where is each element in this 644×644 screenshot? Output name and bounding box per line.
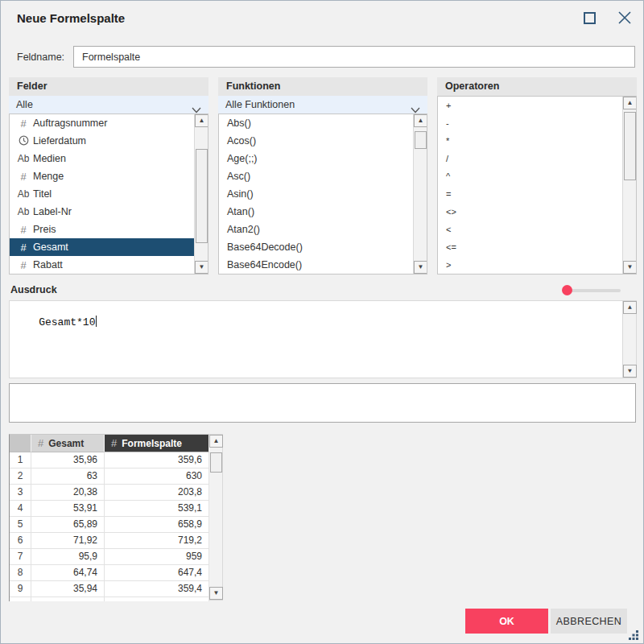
operator-item[interactable]: * <box>438 132 636 150</box>
operator-item[interactable]: <> <box>438 203 636 221</box>
row-number-cell: 6 <box>10 533 31 549</box>
expression-scrollbar: ▲ ▼ <box>622 301 636 378</box>
table-row: 320,38203,8 <box>10 485 209 501</box>
field-item-label: Label-Nr <box>33 206 72 217</box>
number-icon: # <box>14 259 33 271</box>
function-item[interactable]: Asin() <box>219 185 427 203</box>
fields-panel-header: Felder <box>9 77 208 96</box>
operator-item[interactable]: = <box>438 185 636 203</box>
expression-editor[interactable]: Gesamt*10 ▲ ▼ <box>9 300 637 378</box>
scroll-down-button[interactable]: ▼ <box>414 261 427 274</box>
operator-item[interactable]: < <box>438 221 636 238</box>
scroll-thumb[interactable] <box>415 131 427 149</box>
operator-item[interactable]: / <box>438 150 636 167</box>
scroll-up-button[interactable]: ▲ <box>414 114 427 127</box>
table-row: 565,89658,9 <box>10 517 209 533</box>
operators-scrollbar: ▲ ▼ <box>622 97 636 274</box>
scroll-thumb[interactable] <box>210 452 222 473</box>
operator-item[interactable]: <= <box>438 238 636 256</box>
number-icon: # <box>38 437 43 449</box>
scroll-thumb[interactable] <box>196 149 208 243</box>
formelspalte-cell: 539,1 <box>105 501 209 517</box>
field-item[interactable]: AbMedien <box>10 150 208 167</box>
table-row: 135,96359,6 <box>10 452 209 469</box>
scroll-up-button[interactable]: ▲ <box>195 114 208 127</box>
gesamt-cell <box>31 597 105 601</box>
feldname-label: Feldname: <box>17 52 64 63</box>
function-item[interactable]: Base64Encode() <box>219 256 427 274</box>
gesamt-cell: 71,92 <box>31 533 105 549</box>
field-item-label: Medien <box>33 153 66 164</box>
fields-filter-combo[interactable]: Alle <box>9 96 208 114</box>
formelspalte-cell: 359,4 <box>105 581 209 597</box>
cancel-button[interactable]: ABBRECHEN <box>551 609 627 634</box>
formelspalte-cell: 647,4 <box>105 565 209 581</box>
scroll-down-button[interactable]: ▼ <box>623 365 637 378</box>
function-item[interactable]: Base64Decode() <box>219 238 427 256</box>
operator-item[interactable]: > <box>438 256 636 274</box>
row-number-header <box>10 435 31 452</box>
close-button[interactable] <box>617 10 633 26</box>
formelspalte-cell <box>105 597 209 601</box>
scroll-up-button[interactable]: ▲ <box>209 435 223 448</box>
field-item[interactable]: #Menge <box>10 167 208 185</box>
function-item[interactable]: Acos() <box>219 132 427 150</box>
field-item-label: Menge <box>33 171 64 182</box>
field-item[interactable]: #Gesamt <box>10 238 208 256</box>
fields-filter-value: Alle <box>16 99 33 110</box>
number-icon: # <box>14 118 33 130</box>
maximize-button[interactable] <box>584 12 596 24</box>
table-row: 935,94359,4 <box>10 581 209 597</box>
dialog-title: Neue Formelspalte <box>17 11 125 25</box>
field-item[interactable]: #Rabatt <box>10 256 208 274</box>
message-area <box>9 383 636 423</box>
number-icon: # <box>14 224 33 236</box>
operator-item[interactable]: + <box>438 97 636 114</box>
functions-filter-combo[interactable]: Alle Funktionen <box>218 96 427 114</box>
text-cursor <box>96 316 97 327</box>
gesamt-cell: 95,9 <box>31 549 105 565</box>
field-item[interactable]: #Preis <box>10 221 208 238</box>
scroll-up-button[interactable]: ▲ <box>623 97 637 109</box>
table-row: 864,74647,4 <box>10 565 209 581</box>
scroll-down-button[interactable]: ▼ <box>195 261 208 274</box>
row-number-cell: 5 <box>10 517 31 533</box>
functions-list: Abs()Acos()Age(;;)Asc()Asin()Atan()Atan2… <box>218 114 427 275</box>
field-item-label: Preis <box>33 224 56 235</box>
resize-grip-icon[interactable] <box>628 630 639 641</box>
number-icon: # <box>14 242 33 254</box>
ok-button[interactable]: OK <box>465 609 548 634</box>
number-icon: # <box>14 171 33 183</box>
function-item[interactable]: Atan() <box>219 203 427 221</box>
gesamt-cell: 64,74 <box>31 565 105 581</box>
scroll-down-button[interactable]: ▼ <box>623 261 637 274</box>
slider-knob[interactable] <box>562 285 572 295</box>
scroll-up-button[interactable]: ▲ <box>623 301 637 314</box>
zoom-slider[interactable] <box>562 284 622 297</box>
scroll-down-button[interactable]: ▼ <box>209 587 223 600</box>
function-item[interactable]: Age(;;) <box>219 150 427 167</box>
feldname-input[interactable] <box>73 46 635 68</box>
scroll-thumb[interactable] <box>624 112 636 180</box>
text-icon: Ab <box>14 206 33 217</box>
field-item[interactable]: Lieferdatum <box>10 132 208 150</box>
row-number-cell: 7 <box>10 549 31 565</box>
date-icon <box>14 135 33 147</box>
number-icon: # <box>111 437 117 449</box>
column-header-label: Gesamt <box>48 438 84 449</box>
function-item[interactable]: Abs() <box>219 114 427 132</box>
operators-panel-header: Operatoren <box>437 77 637 96</box>
table-row: 263630 <box>10 469 209 485</box>
gesamt-cell: 63 <box>31 469 105 485</box>
field-item[interactable]: AbLabel-Nr <box>10 203 208 221</box>
function-item[interactable]: Atan2() <box>219 221 427 238</box>
row-number-cell: 3 <box>10 485 31 501</box>
operator-item[interactable]: ^ <box>438 167 636 185</box>
table-row-partial <box>10 597 209 601</box>
operator-item[interactable]: - <box>438 114 636 132</box>
field-item[interactable]: #Auftragsnummer <box>10 114 208 132</box>
field-item[interactable]: AbTitel <box>10 185 208 203</box>
field-item-label: Auftragsnummer <box>33 118 107 129</box>
formelspalte-cell: 203,8 <box>105 485 209 501</box>
function-item[interactable]: Asc() <box>219 167 427 185</box>
